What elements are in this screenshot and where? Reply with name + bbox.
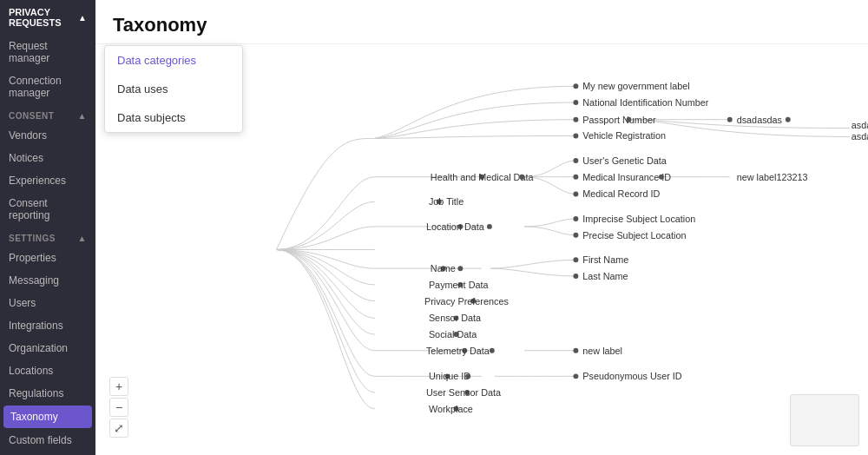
zoom-out-button[interactable]: − [109, 398, 128, 417]
sidebar-item-locations[interactable]: Locations [0, 359, 95, 382]
node-label: First Name [582, 254, 628, 265]
main-content: Taxonomy Data categories Data uses Data … [95, 0, 868, 455]
zoom-in-button[interactable]: + [109, 377, 128, 396]
sidebar-item-consent-reporting[interactable]: Consent reporting [0, 192, 95, 227]
node-label: asdasdasddsads [852, 131, 868, 142]
node-dot [573, 274, 578, 279]
node-label: User's Genetic Data [582, 155, 667, 166]
node-dot [465, 373, 470, 379]
node-label: Precise Subject Location [582, 230, 686, 241]
sidebar-item-regulations[interactable]: Regulations [0, 382, 95, 405]
consent-section-header: CONSENT ▲ [0, 104, 95, 124]
sidebar-privacy-header: PRIVACY REQUESTS ▲ [0, 0, 95, 35]
zoom-controls: + − ⤢ [109, 377, 128, 438]
node-label: Payment Data [429, 280, 490, 290]
node-dot [519, 175, 524, 180]
node-label: Medical Insurance ID [582, 172, 671, 182]
node-dot [573, 216, 578, 221]
node-label: dsadasdas [737, 115, 783, 125]
sidebar-item-request-manager[interactable]: Request manager [0, 35, 95, 69]
settings-chevron-icon: ▲ [78, 234, 87, 243]
node-label: Unique ID [429, 371, 470, 381]
sidebar-item-custom-fields[interactable]: Custom fields [0, 429, 95, 452]
node-label: Social Data [429, 329, 477, 340]
minimap [790, 394, 859, 446]
node-dot [573, 117, 578, 122]
node-dot [573, 175, 578, 180]
node-label: Workplace [429, 404, 473, 414]
node-dot [786, 117, 791, 122]
node-dot [490, 348, 495, 353]
page-title: Taxonomy [113, 14, 851, 36]
node-label: National Identification Number [582, 97, 708, 108]
sidebar-item-organization[interactable]: Organization [0, 337, 95, 359]
consent-chevron-icon: ▲ [78, 111, 87, 121]
sidebar-item-properties[interactable]: Properties [0, 247, 95, 269]
node-label: Job Title [429, 196, 464, 207]
sidebar-item-notices[interactable]: Notices [0, 147, 95, 169]
privacy-chevron-icon: ▲ [78, 13, 87, 23]
sidebar-item-connection-manager[interactable]: Connection manager [0, 69, 95, 104]
zoom-fit-button[interactable]: ⤢ [109, 419, 128, 438]
settings-section-header: SETTINGS ▲ [0, 227, 95, 247]
node-dot [573, 158, 578, 163]
sidebar-item-integrations[interactable]: Integrations [0, 314, 95, 337]
node-label: Telemetry Data [426, 346, 490, 356]
privacy-section-label: PRIVACY REQUESTS [9, 7, 78, 28]
node-label: Vehicle Registration [582, 130, 666, 141]
node-dot [573, 83, 578, 89]
node-dot [573, 348, 578, 353]
node-dot [627, 117, 632, 122]
node-label: new label [582, 346, 622, 356]
node-dot [573, 100, 578, 105]
node-dot [573, 233, 578, 238]
node-label: Imprecise Subject Location [582, 214, 695, 224]
dropdown-item-data-uses[interactable]: Data uses [105, 75, 242, 103]
node-dot [573, 373, 578, 379]
sidebar-item-messaging[interactable]: Messaging [0, 269, 95, 292]
node-label: Sensor Data [429, 313, 482, 323]
node-label: Last Name [582, 271, 628, 281]
sidebar-item-users[interactable]: Users [0, 292, 95, 314]
dropdown-item-data-subjects[interactable]: Data subjects [105, 103, 242, 132]
node-dot [573, 191, 578, 196]
node-dot [659, 175, 664, 180]
node-dot [487, 224, 492, 229]
sidebar: PRIVACY REQUESTS ▲ Request manager Conne… [0, 0, 95, 455]
node-label: User Sensor Data [426, 387, 502, 398]
sidebar-item-vendors[interactable]: Vendors [0, 124, 95, 147]
node-dot [457, 266, 463, 271]
page-header: Taxonomy [95, 0, 868, 44]
node-label: new label123213 [737, 172, 808, 182]
dropdown-item-data-categories[interactable]: Data categories [105, 46, 242, 75]
taxonomy-dropdown: Data categories Data uses Data subjects [104, 45, 243, 133]
node-dot [573, 133, 578, 138]
node-label: Name [431, 263, 456, 274]
node-label: My new government label [582, 81, 689, 91]
node-label: Medical Record ID [582, 188, 660, 199]
sidebar-item-domains[interactable]: Domains [0, 452, 95, 455]
node-label: Privacy Preferences [424, 296, 509, 307]
node-label: Location Data [426, 221, 485, 232]
node-label: Health and Medical Data [431, 172, 535, 182]
node-label: Passport Number [582, 115, 656, 125]
node-dot [573, 257, 578, 262]
node-label: asdasdasd [852, 120, 868, 130]
sidebar-item-experiences[interactable]: Experiences [0, 169, 95, 192]
node-dot [727, 117, 733, 122]
sidebar-item-taxonomy[interactable]: Taxonomy [3, 406, 92, 428]
node-label: Pseudonymous User ID [582, 371, 682, 381]
